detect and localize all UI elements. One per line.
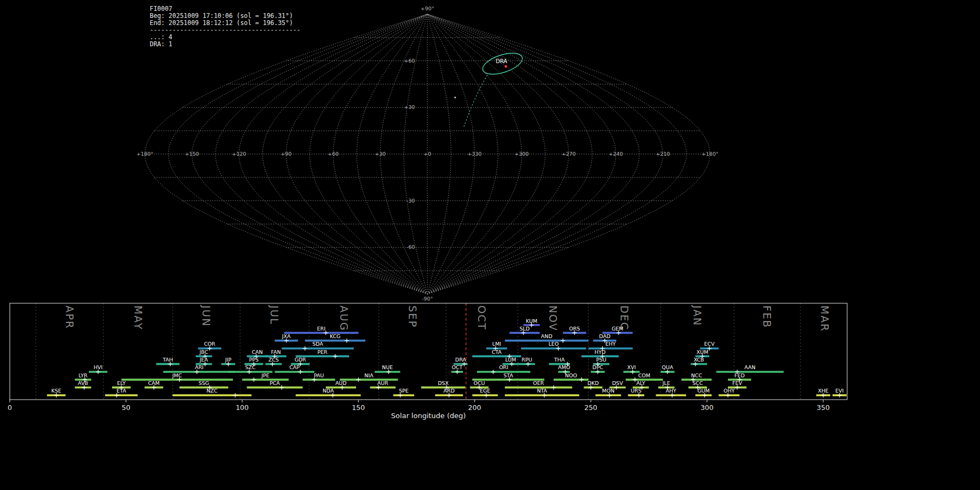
shower-code-label: JEA <box>199 357 209 363</box>
shower-code-label: ORS <box>569 326 580 332</box>
shower-code-label: KSE <box>51 388 61 394</box>
shower-code-label: ETA <box>117 388 126 394</box>
shower-code-label: ECV <box>704 341 715 347</box>
shower-code-label: KUM <box>526 318 537 324</box>
shower-JIP: JIP <box>221 357 235 366</box>
shower-code-label: COR <box>204 341 216 347</box>
shower-code-label: LUM <box>505 357 516 363</box>
sky-longitude-label: +180° <box>137 151 154 157</box>
shower-NOO: NOO <box>554 372 589 382</box>
shower-code-label: CAP <box>289 364 299 370</box>
shower-SSG: SSG <box>180 380 229 390</box>
sky-longitude-label: +300 <box>514 151 529 157</box>
sky-latitude-label: +60 <box>404 58 415 64</box>
shower-TAH: TAH <box>156 357 180 366</box>
shower-CAM: CAM <box>145 380 163 390</box>
month-label: APR <box>64 305 76 329</box>
shower-NUE: NUE <box>375 364 400 374</box>
shower-code-label: EVI <box>835 388 843 394</box>
shower-code-label: NIA <box>364 372 373 378</box>
shower-DPC: DPC <box>591 364 605 374</box>
shower-code-label: SCC <box>693 380 703 386</box>
radiant-label: DRA <box>495 58 507 64</box>
shower-QUA: QUA <box>660 364 675 374</box>
month-label: FEB <box>761 305 773 328</box>
sky-pole-label-bottom: -90° <box>422 296 433 302</box>
shower-code-label: SSG <box>199 380 209 386</box>
month-label: OCT <box>476 305 488 330</box>
sky-longitude-label: +0 <box>424 151 431 157</box>
shower-NTA: NTA <box>505 388 579 397</box>
shower-code-label: XHE <box>818 388 829 394</box>
shower-AVB: AVB <box>75 380 91 390</box>
shower-ARD: ARD <box>435 388 463 397</box>
month-label: NOV <box>547 305 559 332</box>
shower-code-label: EGE <box>480 388 490 394</box>
meteor-point <box>455 97 456 99</box>
x-tick-label: 50 <box>121 403 130 412</box>
shower-code-label: AHY <box>666 388 677 394</box>
shower-code-label: FED <box>734 372 745 378</box>
shower-AND: AND <box>505 333 589 343</box>
shower-code-label: ELY <box>117 380 126 386</box>
sky-longitude-label: +90 <box>280 151 291 157</box>
month-label: MAY <box>132 305 144 330</box>
shower-SPE: SPE <box>393 388 414 397</box>
shower-code-label: OCU <box>474 380 485 386</box>
shower-code-label: JLE <box>662 380 670 386</box>
shower-code-label: OER <box>533 380 544 386</box>
shower-code-label: SDA <box>313 341 323 347</box>
month-label: JUN <box>200 305 212 327</box>
sky-longitude-label: +240 <box>609 151 623 157</box>
shower-code-label: FEV <box>732 380 742 386</box>
x-tick-label: 200 <box>468 403 481 412</box>
shower-CAP: CAP <box>275 364 315 374</box>
shower-JXA: JXA <box>275 333 298 343</box>
shower-code-label: JMC <box>172 372 182 378</box>
month-label: SEP <box>407 305 419 328</box>
shower-KSE: KSE <box>47 388 65 397</box>
x-axis-title: Solar longitude (deg) <box>391 412 465 420</box>
shower-code-label: ARD <box>444 388 455 394</box>
shower-code-label: DSX <box>438 380 449 386</box>
month-label: AUG <box>338 305 350 332</box>
x-tick-label: 100 <box>236 403 249 412</box>
shower-PCA: PCA <box>247 380 302 390</box>
sky-longitude-label: +60 <box>328 151 339 157</box>
shower-XCB: XCB <box>691 357 707 366</box>
shower-OCT: OCT <box>451 364 463 374</box>
shower-OHY: OHY <box>719 388 739 397</box>
shower-code-label: AAN <box>744 364 755 370</box>
shower-code-label: SLD <box>519 326 530 332</box>
shower-AAN: AAN <box>716 364 784 374</box>
shower-code-label: DRA <box>455 357 467 363</box>
shower-code-label: PPS <box>249 357 259 363</box>
shower-code-label: PER <box>317 349 328 355</box>
shower-NDA: NDA <box>296 388 361 397</box>
shower-code-label: TAH <box>162 357 173 363</box>
sky-pole-label-top: +90° <box>421 5 434 11</box>
activity-timeline: APRMAYJUNJULAUGSEPOCTNOVDECJANFEBMARKUME… <box>8 303 847 420</box>
shower-code-label: SPE <box>399 388 409 394</box>
sky-longitude-label: +270 <box>561 151 575 157</box>
shower-code-label: NDA <box>322 388 334 394</box>
shower-HVI: HVI <box>89 364 107 374</box>
shower-code-label: PAU <box>314 372 324 378</box>
shower-PAU: PAU <box>303 372 335 382</box>
shower-code-label: JIP <box>225 357 232 363</box>
shower-code-label: KCG <box>330 333 341 339</box>
shower-code-label: NTA <box>537 388 547 394</box>
shower-code-label: AMO <box>558 364 570 370</box>
shower-ORS: ORS <box>563 326 586 335</box>
shower-code-label: OHY <box>724 388 735 394</box>
shower-GUM: GUM <box>695 388 712 397</box>
shower-ETA: ETA <box>105 388 138 397</box>
meteor-observation-summary: FI0007Beg: 20251009 17:10:06 (sol = 196.… <box>0 0 980 490</box>
shower-EGE: EGE <box>472 388 498 397</box>
x-tick-label: 300 <box>701 403 714 412</box>
shower-code-label: JBC <box>199 349 209 355</box>
shower-ZCS: ZCS <box>266 357 282 366</box>
shower-code-label: ORI <box>499 364 509 370</box>
shower-JMC: JMC <box>121 372 233 382</box>
shower-code-label: GUM <box>697 388 710 394</box>
